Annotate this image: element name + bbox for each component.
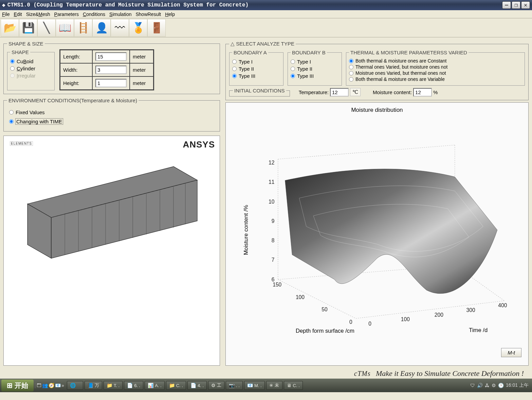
content-area: SHAPE & SIZE SHAPE CuBoid Cylinder Irreg… (0, 37, 532, 366)
height-label: Height: (60, 76, 92, 90)
surface-plot-svg: 6 7 8 9 10 11 12 Moisture content /% 150… (228, 114, 526, 361)
shape-irregular: Irregular (10, 73, 52, 79)
ql-icon[interactable]: 📧 (55, 383, 61, 388)
clock: 16:01 上午 (506, 382, 529, 388)
ladder-icon[interactable]: 🪜 (74, 19, 92, 37)
moist-input[interactable] (413, 88, 432, 97)
boundB-type2[interactable]: Type II (291, 66, 339, 72)
system-tray: 🛡 🔊 🖧 ⚙ 🕑 16:01 上午 (470, 382, 531, 388)
taskbar-item[interactable]: 📄4. . (187, 381, 207, 390)
elements-tag: ELEMENTS (10, 141, 33, 146)
dimensions-grid: Length: meter Width: meter Height: meter (59, 49, 154, 90)
quicklaunch: 🗔 👥 🧭 📧 » (35, 383, 66, 388)
wave-icon[interactable]: 〰 (111, 19, 129, 37)
tray-icon[interactable]: ⚙ (492, 383, 496, 388)
maximize-button[interactable]: ❐ (512, 1, 520, 9)
temp-label: Temperature: (299, 89, 329, 95)
taskbar-item[interactable]: 📁T. . (104, 381, 123, 390)
boundB-type1[interactable]: Type I (291, 59, 339, 65)
taskbar: ⊞ 开始 🗔 👥 🧭 📧 » 🌐📘万📁T. .📄6. .📊A. .📁C. .📄4… (0, 379, 532, 392)
shape-legend: SHAPE (10, 49, 30, 55)
menu-sizemesh[interactable]: Size&Mesh (26, 12, 50, 17)
params-opt1[interactable]: Both thermal & moisture ones are Constan… (349, 58, 522, 64)
env-fixed[interactable]: Fixed Values (9, 109, 214, 115)
slogan: cTMs Make it Easy to Simulate Concrete D… (0, 366, 532, 379)
svg-text:0: 0 (349, 319, 352, 325)
menu-help[interactable]: Help (165, 12, 175, 17)
length-input[interactable] (95, 52, 127, 61)
boundA-type3[interactable]: Type III (232, 73, 280, 79)
taskbar-item[interactable]: 🖥C. . (284, 381, 303, 390)
svg-text:400: 400 (498, 302, 507, 308)
ql-icon[interactable]: 🗔 (37, 383, 41, 388)
env-changing[interactable]: Changing with TIME (9, 119, 214, 124)
params-opt2[interactable]: Thermal ones Varied, but moisture ones n… (349, 64, 522, 70)
ql-icon[interactable]: 👥 (42, 383, 48, 388)
svg-text:150: 150 (273, 282, 281, 288)
taskbar-item[interactable]: 📊A. . (145, 381, 165, 390)
boundary-a-legend: BOUNDARY A (232, 50, 268, 55)
user-icon[interactable]: 👤 (92, 19, 111, 37)
svg-text:6: 6 (272, 277, 275, 282)
menu-conditions[interactable]: Conditions (83, 12, 105, 17)
svg-text:9: 9 (272, 218, 275, 224)
close-button[interactable]: ✕ (521, 1, 530, 9)
analyze-type-group: △ SELECT ANALYZE TYPE BOUNDARY A Type I … (225, 41, 529, 100)
svg-text:11: 11 (269, 179, 274, 185)
taskbar-items: 🌐📘万📁T. .📄6. .📊A. .📁C. .📄4. .⚙工📷. .📧M. .✳… (67, 381, 303, 390)
taskbar-item[interactable]: 🌐 (67, 381, 83, 390)
save-icon[interactable]: 💾 (19, 19, 37, 37)
params-opt4[interactable]: Both thermal & moisture ones are Variabl… (349, 76, 522, 82)
boundary-b-group: BOUNDARY B Type I Type II Type III (288, 50, 342, 86)
start-button[interactable]: ⊞ 开始 (1, 380, 34, 392)
shape-irregular-radio (10, 73, 15, 78)
boundB-type3[interactable]: Type III (291, 73, 339, 79)
svg-text:200: 200 (435, 312, 443, 318)
shape-cuboid[interactable]: CuBoid (10, 58, 52, 64)
boundA-type2[interactable]: Type II (232, 66, 280, 72)
book-icon[interactable]: 📖 (56, 19, 74, 37)
temp-input[interactable] (330, 88, 349, 97)
taskbar-item[interactable]: 📄6. . (124, 381, 143, 390)
shape-cylinder[interactable]: Cylinder (10, 66, 52, 71)
params-opt3[interactable]: Moistrue ones Varied, but thermal ones n… (349, 70, 522, 76)
menu-parameters[interactable]: Parameters (54, 12, 79, 17)
taskbar-item[interactable]: 📁C. . (166, 381, 186, 390)
menu-showresult[interactable]: ShowResult (135, 12, 161, 17)
tray-icon[interactable]: 🖧 (485, 383, 490, 388)
boundA-type1[interactable]: Type I (232, 59, 280, 65)
menu-simulation[interactable]: Simulation (109, 12, 131, 17)
slash-icon[interactable]: ╲ (37, 19, 56, 37)
minimize-button[interactable]: — (502, 1, 511, 9)
mesh-preview-panel: ELEMENTS ANSYS (3, 136, 220, 366)
mesh-svg (14, 156, 211, 285)
open-folder-icon[interactable]: 📂 (1, 19, 19, 37)
svg-text:50: 50 (322, 307, 328, 312)
params-legend: THERMAL & MOISTURE PARAMETERSS VARIED (349, 50, 469, 55)
ql-expand-icon[interactable]: » (61, 383, 64, 388)
exit-icon[interactable]: 🚪 (147, 19, 166, 37)
mt-button[interactable]: M-t (501, 348, 521, 357)
shape-cuboid-radio[interactable] (10, 59, 15, 64)
env-fixed-radio[interactable] (9, 110, 14, 115)
tray-icon[interactable]: 🛡 (470, 383, 475, 388)
taskbar-item[interactable]: 📧M. . (244, 381, 265, 390)
menu-file[interactable]: File (2, 12, 10, 17)
params-varied-group: THERMAL & MOISTURE PARAMETERSS VARIED Bo… (346, 50, 525, 86)
plot-title: Moisture distribution (228, 107, 526, 114)
menu-edit[interactable]: Edit (14, 12, 22, 17)
medal-icon[interactable]: 🏅 (129, 19, 147, 37)
length-label: Length: (60, 50, 92, 63)
width-input[interactable] (95, 66, 127, 74)
taskbar-item[interactable]: 📘万 (85, 381, 102, 390)
taskbar-item[interactable]: ⚙工 (208, 381, 224, 390)
shape-cylinder-radio[interactable] (10, 66, 15, 71)
taskbar-item[interactable]: ✳未 (266, 381, 282, 390)
tray-icon[interactable]: 🔊 (477, 383, 483, 388)
env-changing-radio[interactable] (9, 119, 14, 124)
shape-size-group: SHAPE & SIZE SHAPE CuBoid Cylinder Irreg… (3, 41, 220, 94)
ql-icon[interactable]: 🧭 (49, 383, 54, 388)
tray-icon[interactable]: 🕑 (498, 383, 504, 388)
taskbar-item[interactable]: 📷. . (226, 381, 243, 390)
height-input[interactable] (95, 79, 127, 87)
